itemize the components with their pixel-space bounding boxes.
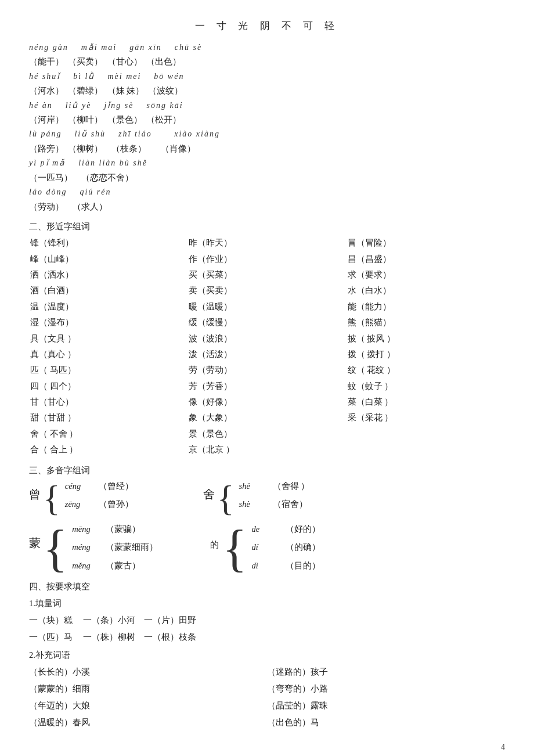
word: （曾经）	[99, 479, 134, 494]
sc-cell: 京（北京 ）	[187, 442, 346, 458]
word: （目的）	[286, 559, 320, 573]
section2-header: 二、形近字组词	[29, 219, 505, 234]
fill2-cell: （蒙蒙的）细雨	[29, 681, 267, 697]
poly-row-1: 曾 { céng （曾经） zēng （曾孙） 舍 {	[29, 479, 505, 516]
sc-cell	[347, 442, 505, 458]
char-row-5: （一匹马） （恋恋不舍）	[29, 171, 505, 185]
char-row-1: （能干） （买卖） （甘心） （出色）	[29, 55, 505, 69]
pinyin: céng	[65, 479, 94, 494]
char-row-4: （路旁） （柳树） （枝条） （肖像）	[29, 142, 505, 156]
sc-cell: 匹（ 马匹）	[29, 362, 187, 378]
pinyin-text-4: lù páng liǔ shù zhī tiáo xiào xiàng	[29, 127, 220, 142]
section3-header: 三、多音字组词	[29, 463, 505, 478]
page-number: 4	[29, 740, 505, 755]
sc-cell: 芳（芳香）	[187, 379, 346, 394]
pinyin: de	[252, 522, 281, 537]
chars-3: （河岸） （柳叶） （景色） （松开）	[29, 113, 181, 127]
sc-cell: 拨（ 拨打 ）	[347, 347, 505, 362]
sc-cell: 求（要求）	[347, 267, 505, 283]
word: （宿舍）	[273, 497, 308, 512]
pinyin: méng	[72, 540, 101, 555]
pinyin-row-2: hé shuǐ bì lǜ mèi mei bō wén	[29, 70, 505, 84]
poly-entries-ceng: céng （曾经） zēng （曾孙）	[65, 479, 134, 512]
sc-cell: 采（采花 ）	[347, 410, 505, 426]
pinyin-row-6: láo dòng qiú rén	[29, 185, 505, 200]
sc-cell: 锋（锋利）	[29, 235, 187, 251]
pinyin: shè	[239, 497, 268, 512]
fill2-cell: （出色的）马	[267, 714, 505, 731]
sc-cell: 泼（活泼）	[187, 347, 346, 362]
sc-cell: 温（温度）	[29, 299, 187, 315]
sc-cell: 像（好像）	[187, 394, 346, 410]
poly-entry: shě （舍得 ）	[239, 479, 310, 494]
poly-block-she: 舍 { shě （舍得 ） shè （宿舍）	[203, 479, 309, 516]
sc-cell: 湿（湿布）	[29, 315, 187, 330]
poly-label-de: 的	[210, 537, 219, 552]
fill2-cell: （年迈的）大娘	[29, 697, 267, 714]
poly-entry: měng （蒙古）	[72, 559, 158, 573]
fill2-cell: （晶莹的）露珠	[267, 697, 505, 714]
pinyin-text-1: néng gàn mǎi mai gān xīn chū sè	[29, 41, 202, 55]
sc-cell: 卖（买卖）	[187, 283, 346, 298]
chars-4: （路旁） （柳树） （枝条） （肖像）	[29, 142, 196, 156]
poly-entry: shè （宿舍）	[239, 497, 310, 512]
poly-row-2: 蒙 { mēng （蒙骗） méng （蒙蒙细雨） měng （蒙古）	[29, 522, 505, 574]
chars-6: （劳动） （求人）	[29, 200, 107, 214]
word: （蒙骗）	[106, 522, 140, 537]
fill2-grid: （长长的）小溪 （迷路的）孩子 （蒙蒙的）细雨 （弯弯的）小路 （年迈的）大娘 …	[29, 664, 505, 731]
sc-cell: 洒（洒水）	[29, 267, 187, 283]
pinyin: shě	[239, 479, 268, 494]
sc-cell: 水（白水）	[347, 283, 505, 298]
sc-cell: 合（ 合上 ）	[29, 442, 187, 458]
pinyin-row-5: yì pǐ mǎ liàn liàn bù shě	[29, 156, 505, 171]
chars-2: （河水） （碧绿） （妹 妹） （波纹）	[29, 84, 183, 98]
sc-cell: 劳（劳动）	[187, 362, 346, 378]
pinyin: mēng	[72, 522, 101, 537]
bracket-she: {	[217, 480, 234, 516]
poly-entry: dí （的确）	[252, 540, 320, 555]
section4-header: 四、按要求填空	[29, 579, 505, 594]
word: （蒙蒙细雨）	[106, 540, 158, 555]
chars-5: （一匹马） （恋恋不舍）	[29, 171, 134, 185]
fill2-cell: （迷路的）孩子	[267, 664, 505, 681]
word: （好的）	[286, 522, 320, 537]
pinyin-row-3: hé àn liǔ yè jǐng sè sōng kāi	[29, 99, 505, 113]
sc-cell: 作（作业）	[187, 251, 346, 267]
pinyin: dí	[252, 540, 281, 555]
sc-cell: 波（波浪）	[187, 331, 346, 347]
fill2-cell: （弯弯的）小路	[267, 681, 505, 697]
poly-main-meng: 蒙	[29, 537, 41, 549]
sc-cell: 熊（熊猫）	[347, 315, 505, 330]
section4: 四、按要求填空 1.填量词 一（块）糕 一（条）小河 一（片）田野 一（匹）马 …	[29, 579, 505, 731]
sc-cell: 菜（白菜 ）	[347, 394, 505, 410]
sc-cell: 酒（白酒）	[29, 283, 187, 298]
sc-cell: 披（ 披风 ）	[347, 331, 505, 347]
sc-cell: 能（能力）	[347, 299, 505, 315]
sc-cell: 景（景色）	[187, 426, 346, 442]
sc-cell: 昨（昨天）	[187, 235, 346, 251]
sc-cell: 舍（ 不舍 ）	[29, 426, 187, 442]
char-row-2: （河水） （碧绿） （妹 妹） （波纹）	[29, 84, 505, 98]
sc-cell: 甘（甘心）	[29, 394, 187, 410]
bracket-ceng: {	[43, 480, 60, 516]
poly-main-she: 舍	[203, 488, 215, 500]
sc-cell	[347, 426, 505, 442]
pinyin: dì	[252, 559, 281, 573]
poly-entry: céng （曾经）	[65, 479, 134, 494]
poly-entries-she: shě （舍得 ） shè （宿舍）	[239, 479, 310, 512]
sc-cell: 暖（温暖）	[187, 299, 346, 315]
sc-cell: 买（买菜）	[187, 267, 346, 283]
pinyin-text-2: hé shuǐ bì lǜ mèi mei bō wén	[29, 70, 184, 84]
page-container: 一 寸 光 阴 不 可 轻 néng gàn mǎi mai gān xīn c…	[29, 17, 505, 755]
pinyin-text-5: yì pǐ mǎ liàn liàn bù shě	[29, 156, 147, 171]
sc-cell: 真（真心 ）	[29, 347, 187, 362]
sc-cell: 甜（甘甜 ）	[29, 410, 187, 426]
poly-entry: de （好的）	[252, 522, 320, 537]
poly-block-meng: 蒙 { mēng （蒙骗） méng （蒙蒙细雨） měng （蒙古）	[29, 522, 158, 574]
poly-block-ceng: 曾 { céng （曾经） zēng （曾孙）	[29, 479, 134, 516]
pinyin-text-6: láo dòng qiú rén	[29, 185, 111, 200]
section3: 三、多音字组词 曾 { céng （曾经） zēng （曾孙）	[29, 463, 505, 574]
pinyin-vocab-section: néng gàn mǎi mai gān xīn chū sè （能干） （买卖…	[29, 41, 505, 214]
chars-1: （能干） （买卖） （甘心） （出色）	[29, 55, 181, 69]
sc-cell: 缓（缓慢）	[187, 315, 346, 330]
